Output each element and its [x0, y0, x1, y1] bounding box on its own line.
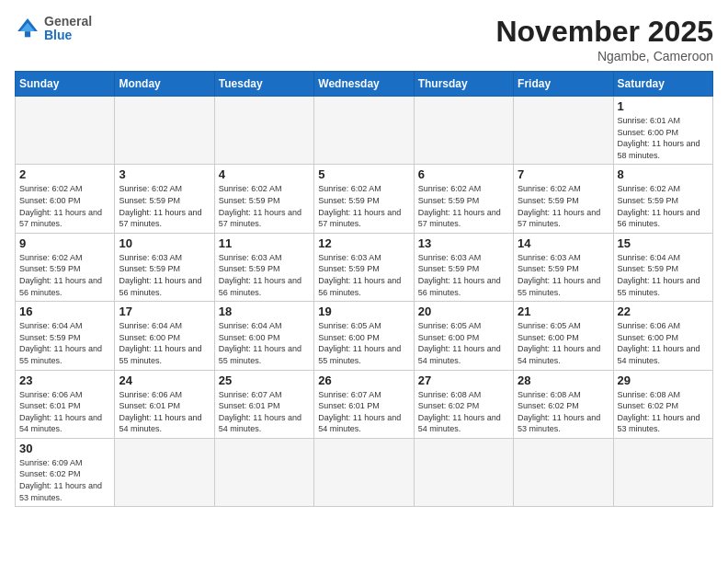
header-friday: Friday [514, 72, 613, 97]
day-23: 23 Sunrise: 6:06 AMSunset: 6:01 PMDaylig… [16, 370, 115, 438]
day-8: 8 Sunrise: 6:02 AMSunset: 5:59 PMDayligh… [613, 165, 712, 233]
header-tuesday: Tuesday [214, 72, 313, 97]
sunrise-val-1: 6:01 AM [650, 116, 680, 125]
empty-cell [414, 438, 513, 506]
day-number-5: 5 [318, 167, 409, 181]
logo: General Blue [15, 15, 92, 43]
day-1: 1 Sunrise: 6:01 AM Sunset: 6:00 PM Dayli… [613, 97, 712, 165]
day-15: 15 Sunrise: 6:04 AMSunset: 5:59 PMDaylig… [613, 233, 712, 301]
day-13: 13 Sunrise: 6:03 AMSunset: 5:59 PMDaylig… [414, 233, 513, 301]
header-saturday: Saturday [613, 72, 712, 97]
empty-cell [115, 97, 214, 165]
day-number-8: 8 [618, 167, 709, 181]
empty-cell [314, 97, 414, 165]
header-wednesday: Wednesday [314, 72, 414, 97]
location-text: Ngambe, Cameroon [495, 49, 713, 63]
day-28: 28 Sunrise: 6:08 AMSunset: 6:02 PMDaylig… [514, 370, 613, 438]
logo-blue-text: Blue [44, 29, 92, 42]
weekday-header-row: Sunday Monday Tuesday Wednesday Thursday… [16, 72, 713, 97]
sunset-label: Sunset: [618, 128, 646, 137]
day-4: 4 Sunrise: 6:02 AMSunset: 5:59 PMDayligh… [214, 165, 313, 233]
empty-cell [514, 97, 613, 165]
day-30: 30 Sunrise: 6:09 AMSunset: 6:02 PMDaylig… [16, 438, 115, 506]
day-7: 7 Sunrise: 6:02 AMSunset: 5:59 PMDayligh… [514, 165, 613, 233]
svg-rect-3 [25, 32, 30, 38]
day-12: 12 Sunrise: 6:03 AMSunset: 5:59 PMDaylig… [314, 233, 414, 301]
day-26: 26 Sunrise: 6:07 AMSunset: 6:01 PMDaylig… [314, 370, 414, 438]
day-18: 18 Sunrise: 6:04 AMSunset: 6:00 PMDaylig… [214, 302, 313, 370]
logo-general-text: General [44, 15, 92, 29]
week-row-1: 1 Sunrise: 6:01 AM Sunset: 6:00 PM Dayli… [16, 97, 713, 165]
day-25: 25 Sunrise: 6:07 AMSunset: 6:01 PMDaylig… [214, 370, 313, 438]
day-number-7: 7 [518, 167, 609, 181]
header-sunday: Sunday [16, 72, 115, 97]
day-20: 20 Sunrise: 6:05 AMSunset: 6:00 PMDaylig… [414, 302, 513, 370]
day-22: 22 Sunrise: 6:06 AMSunset: 6:00 PMDaylig… [613, 302, 712, 370]
empty-cell [214, 97, 313, 165]
empty-cell [115, 438, 214, 506]
day-24: 24 Sunrise: 6:06 AMSunset: 6:01 PMDaylig… [115, 370, 214, 438]
day-number-2: 2 [19, 167, 110, 181]
day-14: 14 Sunrise: 6:03 AMSunset: 5:59 PMDaylig… [514, 233, 613, 301]
empty-cell [613, 438, 712, 506]
week-row-2: 2 Sunrise: 6:02 AMSunset: 6:00 PMDayligh… [16, 165, 713, 233]
day-16: 16 Sunrise: 6:04 AMSunset: 5:59 PMDaylig… [16, 302, 115, 370]
day-10: 10 Sunrise: 6:03 AMSunset: 5:59 PMDaylig… [115, 233, 214, 301]
day-6: 6 Sunrise: 6:02 AMSunset: 5:59 PMDayligh… [414, 165, 513, 233]
month-title: November 2025 [495, 15, 713, 49]
week-row-5: 23 Sunrise: 6:06 AMSunset: 6:01 PMDaylig… [16, 370, 713, 438]
empty-cell [16, 97, 115, 165]
day-27: 27 Sunrise: 6:08 AMSunset: 6:02 PMDaylig… [414, 370, 513, 438]
sunrise-label: Sunrise: [618, 116, 648, 125]
day-5: 5 Sunrise: 6:02 AMSunset: 5:59 PMDayligh… [314, 165, 414, 233]
day-11: 11 Sunrise: 6:03 AMSunset: 5:59 PMDaylig… [214, 233, 313, 301]
page-header: General Blue November 2025 Ngambe, Camer… [15, 15, 713, 63]
day-number-4: 4 [219, 167, 310, 181]
calendar-table: Sunday Monday Tuesday Wednesday Thursday… [15, 71, 713, 507]
day-19: 19 Sunrise: 6:05 AMSunset: 6:00 PMDaylig… [314, 302, 414, 370]
day-21: 21 Sunrise: 6:05 AMSunset: 6:00 PMDaylig… [514, 302, 613, 370]
logo-icon [15, 16, 40, 41]
empty-cell [514, 438, 613, 506]
sunset-val-1: 6:00 PM [648, 128, 679, 137]
week-row-4: 16 Sunrise: 6:04 AMSunset: 5:59 PMDaylig… [16, 302, 713, 370]
day-number-1: 1 [618, 99, 709, 113]
header-monday: Monday [115, 72, 214, 97]
day-29: 29 Sunrise: 6:08 AMSunset: 6:02 PMDaylig… [613, 370, 712, 438]
empty-cell [314, 438, 414, 506]
day-2: 2 Sunrise: 6:02 AMSunset: 6:00 PMDayligh… [16, 165, 115, 233]
day-17: 17 Sunrise: 6:04 AMSunset: 6:00 PMDaylig… [115, 302, 214, 370]
day-number-3: 3 [119, 167, 210, 181]
day-info-1: Sunrise: 6:01 AM Sunset: 6:00 PM Dayligh… [618, 115, 709, 161]
title-block: November 2025 Ngambe, Cameroon [495, 15, 713, 63]
week-row-3: 9 Sunrise: 6:02 AMSunset: 5:59 PMDayligh… [16, 233, 713, 301]
day-3: 3 Sunrise: 6:02 AMSunset: 5:59 PMDayligh… [115, 165, 214, 233]
week-row-6: 30 Sunrise: 6:09 AMSunset: 6:02 PMDaylig… [16, 438, 713, 506]
empty-cell [214, 438, 313, 506]
day-number-6: 6 [418, 167, 509, 181]
header-thursday: Thursday [414, 72, 513, 97]
empty-cell [414, 97, 513, 165]
day-9: 9 Sunrise: 6:02 AMSunset: 5:59 PMDayligh… [16, 233, 115, 301]
